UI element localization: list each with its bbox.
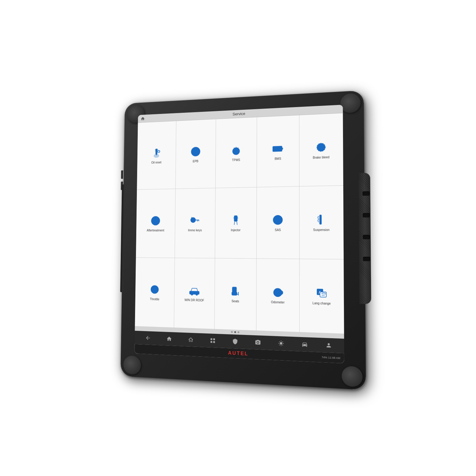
- status-info: 74% 11:08 AM: [322, 356, 340, 360]
- car-button[interactable]: [302, 341, 308, 348]
- svg-rect-38: [232, 292, 237, 295]
- left-edge: [120, 184, 125, 292]
- service-label-immo-keys: Immo keys: [188, 228, 202, 232]
- service-item-seats[interactable]: Seats: [214, 258, 256, 331]
- svg-rect-51: [211, 338, 212, 340]
- tablet-device: Service Oil resetPEPBTPMSBMSBrake bleedD…: [120, 90, 366, 390]
- service-icon-odometer: [271, 285, 284, 299]
- service-item-bms[interactable]: BMS: [257, 115, 299, 187]
- corner-bumper-tr: [340, 93, 361, 113]
- grip-bar-3: [363, 235, 370, 239]
- service-label-brake-bleed: Brake bleed: [313, 155, 329, 159]
- svg-text:DPF: DPF: [154, 218, 157, 220]
- service-label-suspension: Suspension: [313, 228, 330, 232]
- service-icon-lang-change: A: [314, 286, 328, 300]
- pagination-dot-2: [234, 331, 236, 333]
- service-label-lang-change: Lang change: [312, 302, 331, 306]
- screen-bezel: Service Oil resetPEPBTPMSBMSBrake bleedD…: [134, 105, 344, 363]
- service-icon-injector: [229, 214, 242, 227]
- service-icon-bms: [271, 142, 285, 155]
- svg-rect-52: [213, 338, 215, 340]
- pagination-dot-3: [237, 331, 239, 333]
- svg-point-36: [196, 293, 198, 295]
- svg-text:P: P: [194, 149, 197, 154]
- svg-rect-16: [317, 143, 325, 151]
- grip-bar-1: [363, 191, 370, 196]
- service-label-tpms: TPMS: [232, 158, 240, 162]
- service-label-epb: EPB: [193, 159, 198, 163]
- pagination-dot-1: [231, 331, 233, 333]
- service-icon-suspension: [314, 213, 328, 226]
- back-button[interactable]: [145, 335, 151, 341]
- svg-rect-37: [232, 287, 236, 292]
- home-button[interactable]: [166, 336, 172, 342]
- svg-rect-10: [282, 148, 283, 150]
- service-icon-aftertreatment: DPFSCR: [149, 214, 162, 227]
- service-label-injector: Injector: [231, 228, 240, 232]
- grip-bar-2: [363, 213, 370, 217]
- svg-point-35: [191, 293, 193, 295]
- screen: Service Oil resetPEPBTPMSBMSBrake bleedD…: [134, 105, 344, 363]
- user-car-button[interactable]: [325, 342, 332, 349]
- service-item-brake-bleed[interactable]: Brake bleed: [299, 113, 343, 186]
- service-icon-seats: [229, 284, 242, 298]
- scene: Service Oil resetPEPBTPMSBMSBrake bleedD…: [104, 74, 372, 402]
- svg-text:SCR: SCR: [154, 221, 157, 223]
- service-label-sas: SAS: [275, 228, 281, 232]
- svg-rect-30: [320, 215, 321, 224]
- service-label-aftertreatment: Aftertreatment: [147, 229, 164, 232]
- service-item-sas[interactable]: SAS: [257, 187, 299, 259]
- corner-bumper-bl: [123, 355, 141, 375]
- service-item-odometer[interactable]: Odometer: [256, 259, 299, 332]
- shield-button[interactable]: [232, 338, 238, 345]
- service-label-oil-reset: Oil reset: [151, 161, 161, 164]
- svg-point-21: [192, 219, 194, 221]
- home-icon-small[interactable]: [141, 116, 146, 121]
- service-item-immo-keys[interactable]: Immo keys: [175, 188, 215, 258]
- camera-button[interactable]: [255, 339, 261, 345]
- service-item-win-dr-roof[interactable]: WIN DR ROOF: [174, 258, 215, 329]
- recent-apps-button[interactable]: [210, 337, 216, 344]
- service-icon-epb: P: [190, 145, 202, 158]
- right-grip: [358, 173, 371, 304]
- svg-rect-54: [213, 341, 215, 343]
- home2-button[interactable]: [188, 336, 194, 343]
- service-label-win-dr-roof: WIN DR ROOF: [184, 298, 204, 303]
- service-item-lang-change[interactable]: ALang change: [300, 259, 344, 333]
- volume-button-up[interactable]: [121, 170, 123, 179]
- svg-rect-22: [191, 217, 192, 218]
- service-icon-throttle: [148, 283, 161, 296]
- service-icon-oil-reset: [150, 146, 162, 159]
- service-grid: Oil resetPEPBTPMSBMSBrake bleedDPFSCRAft…: [135, 113, 344, 333]
- service-item-epb[interactable]: PEPB: [176, 119, 216, 189]
- svg-point-55: [257, 342, 259, 343]
- service-icon-brake-bleed: [314, 140, 328, 154]
- svg-rect-23: [234, 216, 237, 221]
- service-label-bms: BMS: [275, 157, 281, 161]
- service-label-seats: Seats: [231, 300, 239, 303]
- corner-bumper-br: [342, 366, 363, 387]
- service-icon-tpms: [230, 143, 242, 157]
- service-label-odometer: Odometer: [271, 300, 285, 304]
- service-item-throttle[interactable]: Throttle: [135, 258, 174, 328]
- service-icon-win-dr-roof: [188, 284, 201, 297]
- service-item-aftertreatment[interactable]: DPFSCRAftertreatment: [136, 189, 176, 258]
- grip-bar-4: [363, 257, 370, 261]
- svg-point-26: [277, 219, 279, 221]
- svg-rect-53: [211, 341, 212, 343]
- service-item-injector[interactable]: Injector: [215, 187, 256, 258]
- service-item-oil-reset[interactable]: Oil reset: [137, 121, 176, 190]
- brightness-button[interactable]: [278, 340, 284, 347]
- service-label-throttle: Throttle: [150, 298, 159, 301]
- service-item-suspension[interactable]: Suspension: [300, 186, 344, 259]
- service-icon-sas: [271, 213, 284, 227]
- service-icon-immo-keys: [189, 214, 201, 227]
- service-item-tpms[interactable]: TPMS: [216, 117, 257, 188]
